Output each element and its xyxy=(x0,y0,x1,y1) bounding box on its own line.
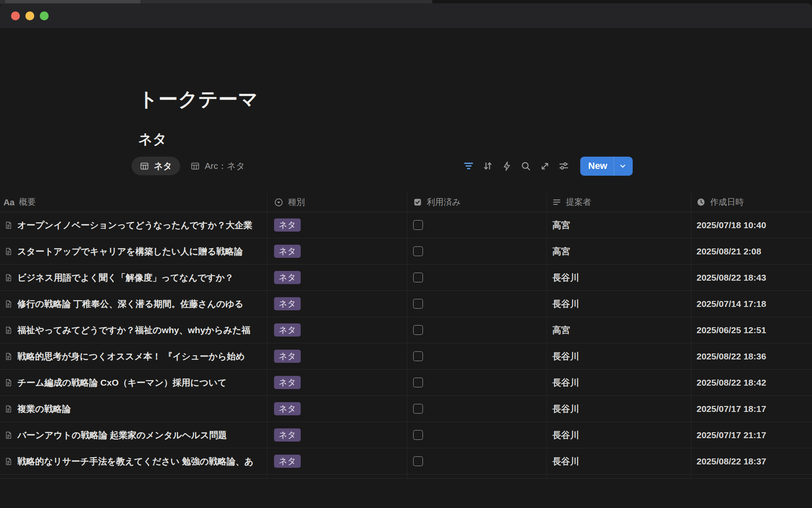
cell-proposer[interactable]: 高宮 xyxy=(547,238,691,264)
cell-used[interactable] xyxy=(407,448,547,474)
row-title: 戦略的なリサーチ手法を教えてください 勉強の戦略論、あ xyxy=(17,456,253,467)
sort-icon[interactable] xyxy=(480,158,496,174)
cell-used[interactable] xyxy=(407,291,547,317)
cell-created-time[interactable]: 2025/07/17 18:17 xyxy=(691,396,812,422)
page-icon xyxy=(4,221,13,229)
cell-created-time[interactable]: 2025/07/17 21:17 xyxy=(691,422,812,448)
cell-type[interactable]: ネタ xyxy=(267,317,407,343)
cell-overview[interactable]: オープンイノベーションってどうなったんですか？大企業 xyxy=(0,212,267,238)
cell-type[interactable]: ネタ xyxy=(267,422,407,448)
cell-overview[interactable]: 戦略的思考が身につくオススメ本！ 『イシューから始め xyxy=(0,343,267,369)
cell-used[interactable] xyxy=(407,422,547,448)
filter-icon[interactable] xyxy=(461,158,477,174)
cell-used[interactable] xyxy=(407,396,547,422)
used-checkbox[interactable] xyxy=(413,430,423,440)
cell-type[interactable]: ネタ xyxy=(267,238,407,264)
cell-used[interactable] xyxy=(407,238,547,264)
database-table: Aa 概要 種別 xyxy=(0,193,812,479)
cell-proposer[interactable]: 高宮 xyxy=(547,212,691,238)
cell-type[interactable]: ネタ xyxy=(267,212,407,238)
column-header-type[interactable]: 種別 xyxy=(267,193,407,212)
cell-used[interactable] xyxy=(407,317,547,343)
database-toolbar: New xyxy=(461,157,633,176)
view-tab-arc-neta[interactable]: Arc：ネタ xyxy=(190,157,245,175)
column-label: 提案者 xyxy=(566,196,591,208)
select-property-icon xyxy=(274,198,283,207)
search-icon[interactable] xyxy=(518,158,534,174)
type-tag: ネタ xyxy=(274,271,301,284)
type-tag: ネタ xyxy=(274,350,301,363)
cell-overview[interactable]: 福祉やってみてどうですか？福祉のwhy、whyからみた福 xyxy=(0,317,267,343)
used-checkbox[interactable] xyxy=(413,351,423,361)
cell-used[interactable] xyxy=(407,343,547,369)
close-window-button[interactable] xyxy=(11,11,20,20)
cell-proposer[interactable]: 長谷川 xyxy=(547,422,691,448)
proposer-text: 長谷川 xyxy=(552,456,579,467)
cell-type[interactable]: ネタ xyxy=(267,343,407,369)
cell-proposer[interactable]: 長谷川 xyxy=(547,370,691,395)
zoom-window-button[interactable] xyxy=(40,11,49,20)
cell-proposer[interactable]: 高宮 xyxy=(547,317,691,343)
cell-proposer[interactable]: 長谷川 xyxy=(547,291,691,317)
used-checkbox[interactable] xyxy=(413,325,423,335)
used-checkbox[interactable] xyxy=(413,404,423,414)
cell-used[interactable] xyxy=(407,212,547,238)
column-header-overview[interactable]: Aa 概要 xyxy=(0,193,267,212)
cell-type[interactable]: ネタ xyxy=(267,265,407,290)
cell-created-time[interactable]: 2025/08/21 2:08 xyxy=(691,238,812,264)
used-checkbox[interactable] xyxy=(413,456,423,466)
cell-type[interactable]: ネタ xyxy=(267,370,407,395)
view-settings-icon[interactable] xyxy=(556,158,572,174)
new-button[interactable]: New xyxy=(580,157,633,176)
chevron-down-icon[interactable] xyxy=(614,162,633,171)
proposer-text: 高宮 xyxy=(552,324,570,336)
cell-created-time[interactable]: 2025/08/22 18:43 xyxy=(691,265,812,290)
window-titlebar xyxy=(0,3,812,28)
cell-overview[interactable]: ビジネス用語でよく聞く「解像度」ってなんですか？ xyxy=(0,265,267,290)
cell-overview[interactable]: バーンアウトの戦略論 起業家のメンタルヘルス問題 xyxy=(0,422,267,448)
cell-proposer[interactable]: 長谷川 xyxy=(547,343,691,369)
cell-created-time[interactable]: 2025/08/22 18:36 xyxy=(691,343,812,369)
cell-used[interactable] xyxy=(407,370,547,395)
minimize-window-button[interactable] xyxy=(25,11,34,20)
used-checkbox[interactable] xyxy=(413,378,423,387)
cell-overview[interactable]: 複業の戦略論 xyxy=(0,396,267,422)
cell-created-time[interactable]: 2025/06/25 12:51 xyxy=(691,317,812,343)
table-row: 戦略的思考が身につくオススメ本！ 『イシューから始め ネタ 長谷川 2025/0… xyxy=(0,343,812,370)
cell-proposer[interactable]: 長谷川 xyxy=(547,396,691,422)
cell-created-time[interactable]: 2025/08/22 18:37 xyxy=(691,448,812,474)
automation-icon[interactable] xyxy=(499,158,515,174)
cell-proposer[interactable]: 長谷川 xyxy=(547,448,691,474)
table-row: チーム編成の戦略論 CxO（キーマン）採用について ネタ 長谷川 2025/08… xyxy=(0,370,812,396)
cell-created-time[interactable]: 2025/07/18 10:40 xyxy=(691,212,812,238)
row-title: ビジネス用語でよく聞く「解像度」ってなんですか？ xyxy=(17,272,233,284)
column-header-created-time[interactable]: 作成日時 xyxy=(691,193,812,212)
table-row: 福祉やってみてどうですか？福祉のwhy、whyからみた福 ネタ 高宮 2025/… xyxy=(0,317,812,343)
row-title: 福祉やってみてどうですか？福祉のwhy、whyからみた福 xyxy=(17,324,250,336)
cell-overview[interactable]: 戦略的なリサーチ手法を教えてください 勉強の戦略論、あ xyxy=(0,448,267,474)
column-header-proposer[interactable]: 提案者 xyxy=(547,193,691,212)
used-checkbox[interactable] xyxy=(413,246,423,256)
text-property-icon xyxy=(552,198,561,207)
view-tabs: ネタ Arc：ネタ xyxy=(132,157,245,175)
cell-created-time[interactable]: 2025/07/14 17:18 xyxy=(691,291,812,317)
cell-proposer[interactable]: 長谷川 xyxy=(547,265,691,290)
used-checkbox[interactable] xyxy=(413,273,423,282)
cell-type[interactable]: ネタ xyxy=(267,396,407,422)
cell-overview[interactable]: 修行の戦略論 丁稚奉公、深く潜る期間。佐藤さんのゆる xyxy=(0,291,267,317)
used-checkbox[interactable] xyxy=(413,220,423,230)
cell-created-time[interactable]: 2025/08/22 18:42 xyxy=(691,370,812,395)
created-time-text: 2025/08/22 18:43 xyxy=(697,273,766,283)
column-header-used[interactable]: 利用済み xyxy=(407,193,547,212)
cell-type[interactable]: ネタ xyxy=(267,291,407,317)
cell-overview[interactable]: チーム編成の戦略論 CxO（キーマン）採用について xyxy=(0,370,267,395)
page-icon xyxy=(4,431,13,439)
cell-overview[interactable]: スタートアップでキャリアを構築したい人に贈る戦略論 xyxy=(0,238,267,264)
expand-icon[interactable] xyxy=(537,158,553,174)
new-button-label: New xyxy=(580,160,614,171)
proposer-text: 長谷川 xyxy=(552,272,579,284)
used-checkbox[interactable] xyxy=(413,299,423,309)
view-tab-neta[interactable]: ネタ xyxy=(132,157,180,175)
cell-used[interactable] xyxy=(407,265,547,290)
cell-type[interactable]: ネタ xyxy=(267,448,407,474)
